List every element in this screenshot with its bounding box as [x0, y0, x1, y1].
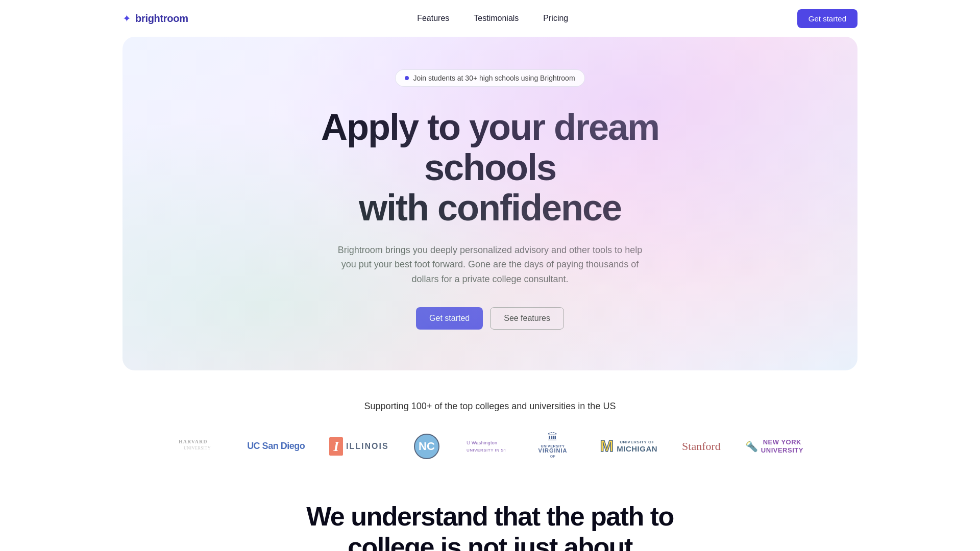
universities-title: Supporting 100+ of the top colleges and …: [122, 401, 857, 412]
svg-text:VIRGINIA: VIRGINIA: [538, 447, 567, 454]
logo-text: brightroom: [135, 13, 188, 24]
illinois-text: ILLINOIS: [346, 442, 389, 451]
svg-text:NC: NC: [419, 440, 435, 453]
hero-title-line2: with confidence: [359, 187, 621, 228]
bottom-title: We understand that the path to college i…: [260, 502, 720, 551]
michigan-logo: M UNIVERSITY OF MICHIGAN: [600, 432, 657, 461]
uva-logo: 🏛 UNIVERSITY VIRGINIA OF: [530, 432, 576, 461]
stanford-text: Stanford: [682, 440, 721, 453]
michigan-m-icon: M: [600, 437, 614, 456]
washington-logo: 𝕌 Washington UNIVERSITY IN ST. LOUIS: [464, 432, 505, 461]
svg-text:𝕌 Washington: 𝕌 Washington: [467, 440, 497, 445]
hero-title: Apply to your dream schools with confide…: [296, 107, 684, 229]
ucsd-logo: UC San Diego: [247, 432, 305, 461]
nav-features[interactable]: Features: [417, 14, 449, 23]
nav-pricing[interactable]: Pricing: [543, 14, 568, 23]
nyu-text: NEW YORKUNIVERSITY: [761, 438, 803, 454]
svg-text:HARVARD: HARVARD: [179, 439, 207, 444]
nav-testimonials[interactable]: Testimonials: [474, 14, 519, 23]
illinois-logo: I ILLINOIS: [329, 432, 388, 461]
universities-logos: HARVARD UNIVERSITY UC San Diego I ILLINO…: [122, 432, 857, 461]
illinois-i-icon: I: [329, 437, 343, 456]
navbar: ✦ brightroom Features Testimonials Prici…: [0, 0, 980, 37]
hero-get-started-button[interactable]: Get started: [416, 307, 483, 330]
svg-text:UNIVERSITY: UNIVERSITY: [184, 446, 211, 450]
hero-badge: Join students at 30+ high schools using …: [395, 69, 584, 87]
logo[interactable]: ✦ brightroom: [122, 12, 188, 24]
stanford-logo: Stanford: [682, 432, 721, 461]
universities-section: Supporting 100+ of the top colleges and …: [0, 401, 980, 491]
michigan-text: UNIVERSITY OF MICHIGAN: [617, 440, 657, 453]
nyu-logo: 🔦 NEW YORKUNIVERSITY: [745, 432, 803, 461]
svg-text:UNIVERSITY IN ST. LOUIS: UNIVERSITY IN ST. LOUIS: [467, 448, 505, 453]
nav-get-started-button[interactable]: Get started: [797, 9, 857, 28]
nav-links: Features Testimonials Pricing: [417, 14, 568, 23]
unc-svg: NC: [413, 433, 440, 460]
hero-title-line1: Apply to your dream schools: [321, 107, 659, 188]
bottom-section: We understand that the path to college i…: [0, 491, 980, 551]
hero-subtitle: Brightroom brings you deeply personalize…: [332, 243, 648, 287]
uva-svg: 🏛 UNIVERSITY VIRGINIA OF: [530, 432, 576, 461]
bottom-title-line1: We understand that the path to college i…: [306, 502, 674, 551]
nyu-torch-icon: 🔦: [745, 440, 758, 453]
badge-text: Join students at 30+ high schools using …: [413, 74, 575, 82]
ucsd-text: UC San Diego: [247, 441, 305, 452]
harvard-logo: HARVARD UNIVERSITY: [177, 432, 223, 461]
unc-logo: NC: [413, 432, 440, 461]
svg-text:OF: OF: [550, 455, 555, 458]
logo-icon: ✦: [122, 12, 131, 24]
harvard-svg: HARVARD UNIVERSITY: [177, 434, 223, 459]
hero-buttons: Get started See features: [147, 307, 833, 330]
washington-svg: 𝕌 Washington UNIVERSITY IN ST. LOUIS: [464, 434, 505, 459]
svg-text:🏛: 🏛: [548, 432, 558, 442]
hero-section: Join students at 30+ high schools using …: [122, 37, 857, 370]
hero-wrapper: Join students at 30+ high schools using …: [0, 37, 980, 370]
badge-dot: [405, 76, 409, 80]
hero-see-features-button[interactable]: See features: [490, 307, 564, 330]
